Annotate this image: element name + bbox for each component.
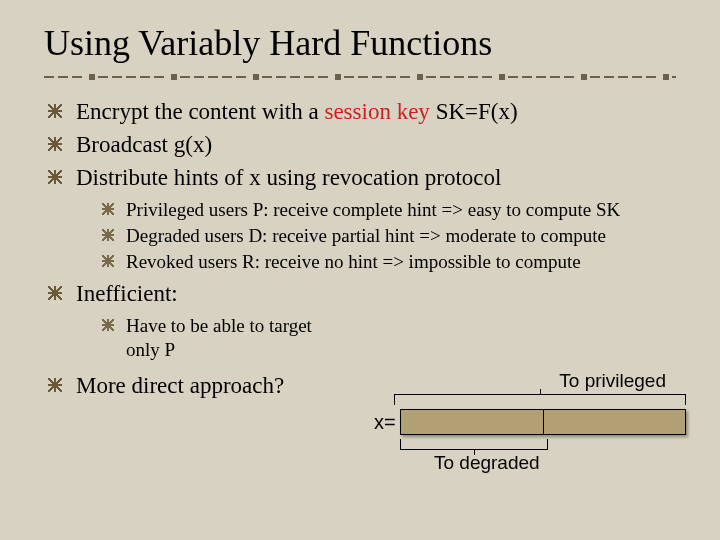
brace-bottom-icon bbox=[400, 439, 548, 450]
bullet-4a: Have to be able to target only P bbox=[100, 314, 346, 362]
bullet-1: Encrypt the content with a session key S… bbox=[44, 98, 676, 127]
bullet-3: Distribute hints of x using revocation p… bbox=[44, 164, 676, 274]
diagram-bar bbox=[400, 409, 686, 435]
bullet-3-text: Distribute hints of x using revocation p… bbox=[76, 165, 501, 190]
bullet-1-post: SK=F(x) bbox=[430, 99, 518, 124]
title-divider bbox=[44, 72, 676, 82]
bullet-3c: Revoked users R: receive no hint => impo… bbox=[100, 250, 676, 274]
diagram-x-label: x= bbox=[374, 411, 400, 434]
bullet-1-pre: Encrypt the content with a bbox=[76, 99, 324, 124]
bullet-3b: Degraded users D: receive partial hint =… bbox=[100, 224, 676, 248]
bullet-4-sublist: Have to be able to target only P bbox=[100, 314, 376, 362]
bullet-list: Encrypt the content with a session key S… bbox=[44, 98, 676, 401]
diagram-top-label: To privileged bbox=[374, 370, 686, 392]
brace-top-icon bbox=[394, 394, 686, 405]
bullet-4-text: Inefficient: bbox=[76, 281, 178, 306]
bullet-2: Broadcast g(x) bbox=[44, 131, 676, 160]
diagram-bar-split bbox=[543, 410, 544, 434]
bullet-4: Inefficient: Have to be able to target o… bbox=[44, 280, 676, 368]
bullet-3-sublist: Privileged users P: receive complete hin… bbox=[100, 198, 676, 273]
slide: Using Variably Hard Functions Encrypt th… bbox=[0, 0, 720, 540]
bullet-3a: Privileged users P: receive complete hin… bbox=[100, 198, 676, 222]
diagram-bottom-label: To degraded bbox=[434, 452, 686, 474]
hint-diagram: To privileged x= To degraded bbox=[374, 370, 686, 474]
bullet-1-keyword: session key bbox=[324, 99, 429, 124]
slide-title: Using Variably Hard Functions bbox=[44, 22, 676, 64]
